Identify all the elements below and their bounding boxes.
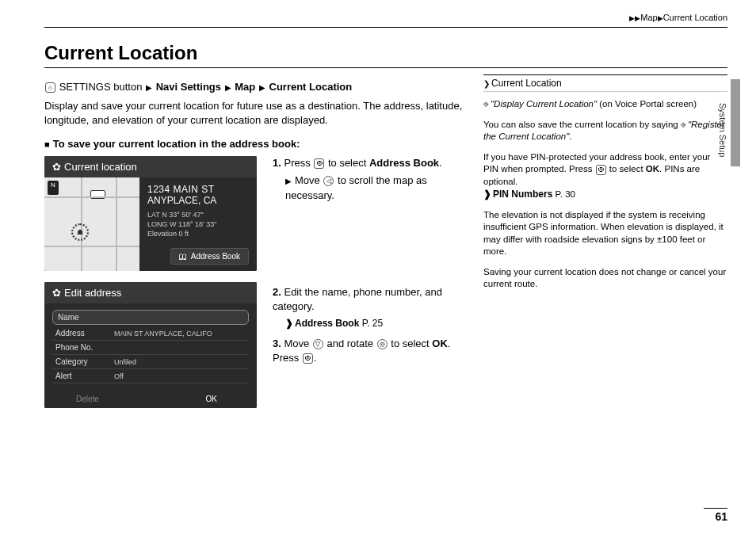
chevron-right-icon: ▶▶ xyxy=(629,14,640,22)
step-text: Move xyxy=(295,174,323,186)
field-value: MAIN ST ANYPLACE, CALIFO xyxy=(114,330,212,338)
screenshot-current-location: ✿Current location N 105 ☗ 1234 MAIN ST xyxy=(44,156,257,271)
sidenote-text: The elevation is not displayed if the sy… xyxy=(483,209,727,258)
section-tab xyxy=(731,79,740,166)
screenshot-title: ✿Edit address xyxy=(44,282,257,303)
step-text: Move xyxy=(284,338,311,349)
longitude-value: LONG W 118° 18' 33" xyxy=(147,220,249,230)
square-bullet-icon: ■ xyxy=(44,139,50,149)
section-label: System Setup xyxy=(718,103,727,157)
location-pin-icon: ☗ xyxy=(71,223,89,241)
screenshot-title-text: Current location xyxy=(64,161,137,173)
map-thumbnail: N 105 ☗ xyxy=(44,177,139,271)
press-icon: ⭗ xyxy=(596,165,606,175)
list-item[interactable]: AddressMAIN ST ANYPLACE, CALIFO xyxy=(52,326,249,341)
subheading: ■To save your current location in the ad… xyxy=(44,138,464,150)
step-1: 1. Press ⭗ to select Address Book. ▶Move… xyxy=(273,156,464,203)
field-value: Unfiled xyxy=(114,358,136,366)
subheading-text: To save your current location in the add… xyxy=(53,138,300,150)
breadcrumb: ▶▶Map▶Current Location xyxy=(44,13,727,28)
ok-button[interactable]: OK xyxy=(206,395,217,403)
step-text: and rotate xyxy=(324,338,376,349)
sidenote-text: You can also save the current location b… xyxy=(483,120,681,129)
compass-icon: N xyxy=(48,181,59,195)
nav-path-prefix: SETTINGS button xyxy=(59,81,143,93)
sidenote-text: (on Voice Portal screen) xyxy=(597,99,697,109)
page-number: 61 xyxy=(704,508,727,523)
side-note: ❯Current Location ⎆"Display Current Loca… xyxy=(483,73,727,408)
list-item[interactable]: Name xyxy=(52,310,249,325)
move-down-icon: ▽ xyxy=(313,339,323,349)
xref-label: PIN Numbers xyxy=(493,189,552,200)
list-item[interactable]: AlertOff xyxy=(52,369,249,383)
nav-path-step: Map xyxy=(235,81,255,93)
voice-icon: ⎆ xyxy=(681,120,686,129)
elevation-value: Elevation 0 ft xyxy=(147,230,249,239)
voice-icon: ⎆ xyxy=(483,99,489,109)
intro-text: Display and save your current location f… xyxy=(44,99,464,127)
field-label: Name xyxy=(58,313,116,322)
screenshot-title: ✿Current location xyxy=(44,156,257,177)
xref-page: P. 25 xyxy=(362,318,383,329)
sidenote-heading: ❯Current Location xyxy=(483,74,727,92)
field-label: Phone No. xyxy=(55,343,114,352)
press-icon: ⭗ xyxy=(303,353,313,364)
nav-path-step: Navi Settings xyxy=(156,81,221,93)
step-text: Edit the name, phone number, and categor… xyxy=(273,286,442,312)
field-label: Address xyxy=(55,329,114,338)
step-text: to select xyxy=(388,338,433,349)
voice-command: "Display Current Location" xyxy=(491,99,597,109)
chevron-right-icon: ▶ xyxy=(259,83,265,92)
book-icon: 🕮 xyxy=(179,252,187,261)
sidenote-text: to select xyxy=(607,164,646,174)
screenshot-title-text: Edit address xyxy=(64,287,121,299)
address-line1: 1234 MAIN ST xyxy=(147,184,249,195)
instruction-steps: 1. Press ⭗ to select Address Book. ▶Move… xyxy=(273,156,464,408)
breadcrumb-part: Current Location xyxy=(663,13,727,22)
list-item[interactable]: Phone No. xyxy=(52,341,249,355)
step-bold: OK xyxy=(432,338,448,349)
chevron-right-icon: ▶ xyxy=(658,14,663,22)
chevron-icon: ❯ xyxy=(483,79,490,88)
step-text: Press xyxy=(284,157,313,169)
step-text: to select xyxy=(325,157,369,169)
sidenote-text: Saving your current location does not ch… xyxy=(483,266,727,291)
xref-page: P. 30 xyxy=(556,189,575,199)
list-item[interactable]: CategoryUnfiled xyxy=(52,355,249,369)
settings-button-icon: ⌂ xyxy=(45,82,55,93)
delete-button[interactable]: Delete xyxy=(76,395,99,403)
step-3: 3. Move ▽ and rotate ◎ to select OK. Pre… xyxy=(273,337,464,365)
move-left-icon: ◁ xyxy=(323,176,334,186)
chevron-right-icon: ▶ xyxy=(146,83,152,92)
sidenote-bold: OK xyxy=(646,164,659,174)
gear-icon: ✿ xyxy=(52,287,61,299)
page-title: Current Location xyxy=(44,42,727,68)
xref-label: Address Book xyxy=(295,318,359,329)
step-text: . xyxy=(439,157,442,169)
triangle-right-icon: ▶ xyxy=(285,177,292,185)
field-label: Category xyxy=(55,357,114,366)
press-icon: ⭗ xyxy=(314,158,324,169)
navigation-path: ⌂ SETTINGS button ▶ Navi Settings ▶ Map … xyxy=(44,81,464,93)
gear-icon: ✿ xyxy=(52,161,61,173)
address-book-button-label: Address Book xyxy=(191,252,240,261)
nav-path-step: Current Location xyxy=(269,81,353,93)
latitude-value: LAT N 33° 50' 47" xyxy=(147,211,249,220)
breadcrumb-part: Map xyxy=(640,13,657,22)
sidenote-text: . xyxy=(569,132,571,141)
sidenote-heading-text: Current Location xyxy=(491,78,562,89)
location-info: 1234 MAIN ST ANYPLACE, CA LAT N 33° 50' … xyxy=(139,177,257,271)
step-text: . xyxy=(314,352,317,364)
address-book-button[interactable]: 🕮 Address Book xyxy=(170,248,249,265)
link-icon: ❱ xyxy=(483,189,491,200)
step-bold: Address Book xyxy=(369,157,439,169)
field-value: Off xyxy=(114,372,124,380)
chevron-right-icon: ▶ xyxy=(225,83,231,92)
field-label: Alert xyxy=(55,372,114,380)
screenshot-edit-address: ✿Edit address Name AddressMAIN ST ANYPLA… xyxy=(44,282,257,408)
step-2: 2. Edit the name, phone number, and cate… xyxy=(273,285,464,330)
address-line2: ANYPLACE, CA xyxy=(147,195,249,206)
link-icon: ❱ xyxy=(285,318,293,329)
rotate-icon: ◎ xyxy=(377,339,388,349)
